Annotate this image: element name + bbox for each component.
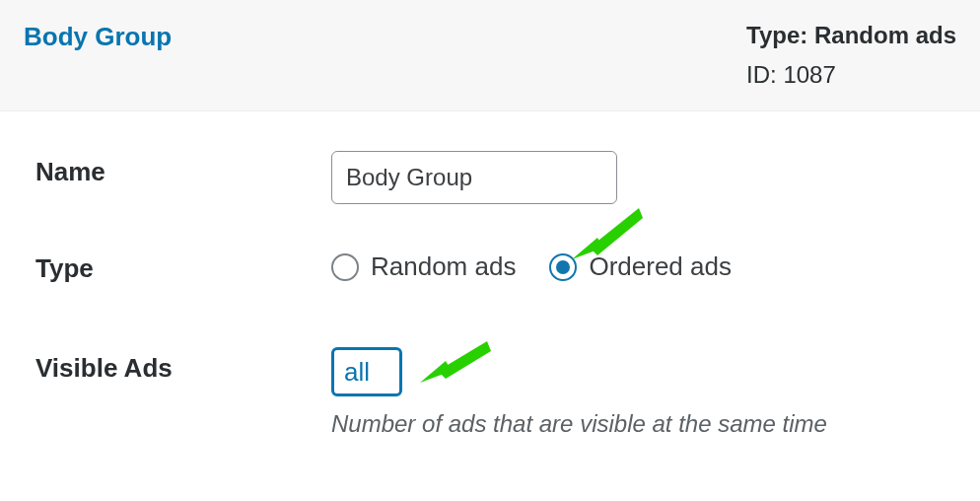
page-title: Body Group: [24, 22, 172, 52]
header-type-label: Type:: [746, 22, 807, 48]
radio-label-random: Random ads: [371, 251, 516, 282]
label-visible-ads: Visible Ads: [35, 347, 331, 384]
svg-marker-3: [438, 341, 491, 379]
name-input[interactable]: [331, 151, 617, 204]
form-area: Name Type Random ads Ordered ads: [0, 111, 980, 501]
radio-icon: [549, 253, 577, 281]
radio-option-random[interactable]: Random ads: [331, 251, 516, 282]
control-name: [331, 151, 952, 204]
header-id-label: ID:: [746, 61, 777, 88]
row-name: Name: [35, 151, 952, 204]
type-radio-group: Random ads Ordered ads: [331, 248, 952, 282]
control-visible-ads: Number of ads that are visible at the sa…: [331, 347, 952, 438]
control-type: Random ads Ordered ads: [331, 248, 952, 282]
header-id: ID: 1087: [746, 61, 956, 89]
radio-label-ordered: Ordered ads: [589, 251, 732, 282]
visible-ads-input[interactable]: [331, 347, 402, 396]
header-id-value: 1087: [783, 61, 835, 88]
radio-icon: [331, 253, 359, 281]
header-type-value: Random ads: [814, 22, 956, 48]
header-type: Type: Random ads: [746, 22, 956, 49]
radio-option-ordered[interactable]: Ordered ads: [549, 251, 732, 282]
row-visible-ads: Visible Ads Number of ads that are visib…: [35, 347, 952, 438]
label-type: Type: [35, 248, 331, 284]
svg-marker-2: [420, 361, 452, 383]
row-type: Type Random ads Ordered ads: [35, 248, 952, 284]
annotation-arrow-icon: [416, 339, 495, 398]
header-meta: Type: Random ads ID: 1087: [746, 22, 956, 89]
visible-ads-help: Number of ads that are visible at the sa…: [331, 410, 952, 438]
label-name: Name: [35, 151, 331, 187]
header-bar: Body Group Type: Random ads ID: 1087: [0, 0, 980, 111]
